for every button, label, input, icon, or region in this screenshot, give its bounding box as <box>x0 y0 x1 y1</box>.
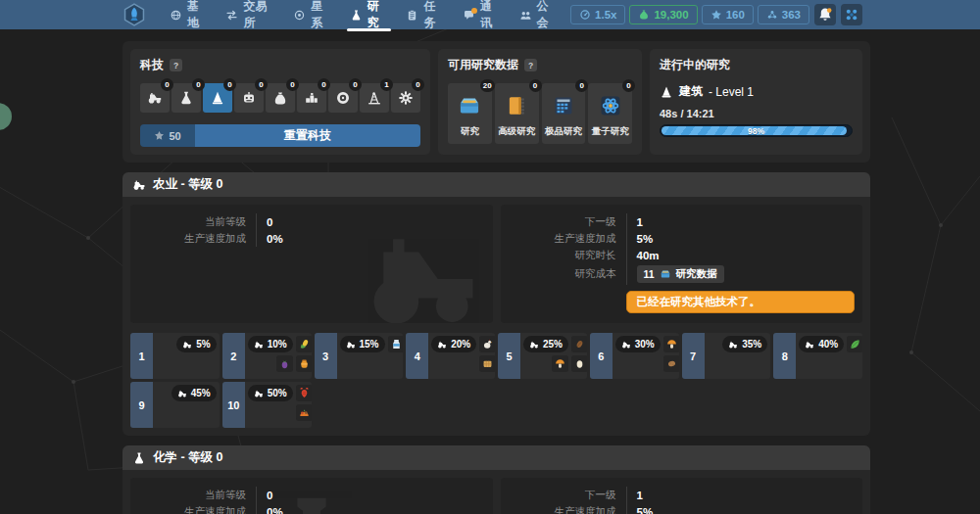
tile-level-number: 10 <box>222 382 245 428</box>
nav-buttons <box>809 4 862 25</box>
tech-slot-gear[interactable]: 0 <box>391 83 420 113</box>
level-tile-2[interactable]: 210% <box>222 333 312 379</box>
tech-slot-cone[interactable]: 0 <box>203 83 232 113</box>
stat-row: 生产速度加成5% <box>501 230 863 247</box>
reset-cost: 50 <box>140 124 195 147</box>
tech-slot-tire[interactable]: 0 <box>328 83 358 113</box>
cone-icon <box>660 85 673 99</box>
level-tile-10[interactable]: 1050% <box>222 382 312 428</box>
rig-icon <box>367 90 382 106</box>
atom-icon <box>598 93 623 118</box>
corn-icon <box>298 338 311 350</box>
nav-item-guild[interactable]: 公会 <box>511 0 567 29</box>
speed-icon <box>579 9 591 21</box>
bonus-badge: 5% <box>176 336 216 352</box>
tech-slot-tractor[interactable]: 0 <box>140 83 170 113</box>
research-data-card[interactable]: 20研究 <box>448 83 492 144</box>
hay-icon <box>479 355 495 372</box>
cost-amount: 11 <box>644 268 655 280</box>
help-icon[interactable]: ? <box>524 59 537 71</box>
nav-item-research[interactable]: 研究 <box>341 0 398 29</box>
stat-label: 当前等级 <box>130 489 246 502</box>
bell-icon <box>817 7 833 23</box>
stat-label: 研究成本 <box>501 267 616 281</box>
level-tile-5[interactable]: 525% <box>498 333 587 379</box>
tech-count-badge: 0 <box>223 78 236 91</box>
tech-slot-factory[interactable]: 0 <box>297 83 326 113</box>
tech-count-badge: 0 <box>161 78 173 91</box>
level-tile-3[interactable]: 315% <box>315 333 404 379</box>
nav-item-base[interactable]: 基地 <box>161 0 218 29</box>
bonus-badge: 10% <box>248 336 293 352</box>
nav-item-exchange[interactable]: 交易所 <box>217 0 284 29</box>
tile-row: 5% <box>176 336 216 352</box>
level-tile-4[interactable]: 420% <box>406 333 495 379</box>
tech-slot-flask[interactable]: 0 <box>172 83 201 113</box>
level-tile-8[interactable]: 840% <box>773 333 862 379</box>
help-icon[interactable]: ? <box>170 59 182 71</box>
tech-panel-title: 科技 <box>140 57 164 73</box>
tractor-icon <box>177 389 187 398</box>
tile-row: 50% <box>248 385 312 401</box>
tractor-icon <box>182 340 192 350</box>
tech-slot-sack[interactable]: 0 <box>266 83 295 113</box>
level-tile-9[interactable]: 945% <box>130 382 220 428</box>
research-data-card[interactable]: 0极品研究 <box>542 83 586 144</box>
level-tile-7[interactable]: 735% <box>682 333 771 379</box>
research-data-card[interactable]: 0量子研究 <box>588 83 632 144</box>
bonus-value: 15% <box>360 339 379 350</box>
resource-badge-money[interactable]: 19,300 <box>629 5 697 24</box>
research-data-card[interactable]: 0高级研究 <box>495 83 539 144</box>
cocoa-icon <box>573 338 586 350</box>
resource-value: 160 <box>726 9 745 21</box>
tile-row <box>552 355 587 372</box>
hay-icon <box>481 357 494 370</box>
resource-badge-network[interactable]: 363 <box>758 5 809 24</box>
research-data-panel: 可用研究数据 ? 20研究0高级研究0极品研究0量子研究 <box>438 49 642 155</box>
stat-value: 1 <box>626 487 643 503</box>
level-tile-6[interactable]: 630% <box>590 333 679 379</box>
leaf-icon <box>847 336 862 352</box>
nav-item-tasks[interactable]: 任务 <box>397 0 454 29</box>
leaf-icon <box>849 338 861 350</box>
tech-slot-rig[interactable]: 1 <box>360 83 389 113</box>
cone-icon <box>660 85 673 99</box>
stat-row: 生产速度加成0% <box>130 230 493 247</box>
nav-item-galaxy[interactable]: 星系 <box>284 0 341 29</box>
research-data-title: 可用研究数据 <box>448 57 518 73</box>
resource-value: 363 <box>782 9 801 21</box>
tech-count-badge: 0 <box>255 78 268 91</box>
bonus-value: 5% <box>196 339 210 350</box>
resource-badge-stars[interactable]: 160 <box>702 5 754 24</box>
sack-icon <box>272 90 288 106</box>
mushroom-icon <box>554 357 566 370</box>
research-data-title-row: 可用研究数据 ? <box>448 57 632 73</box>
book-icon <box>504 93 529 118</box>
reset-tech-button[interactable]: 50 重置科技 <box>140 124 420 147</box>
community-button[interactable] <box>841 4 862 25</box>
resource-badges: 1.5x19,300160363 <box>566 5 809 24</box>
ongoing-research-item: 建筑 - Level 1 <box>660 83 853 100</box>
research-progress-bar: 98% <box>660 124 853 137</box>
section-cards-row: 当前等级0生产速度加成0%下一级1生产速度加成5%研究时长40m研究成本11研究… <box>130 478 862 514</box>
data-count-badge: 0 <box>622 79 635 92</box>
resource-value: 19,300 <box>654 9 688 21</box>
main-content: 科技 ? 000000010 50 重置科技 可用研究数据 ? 20研究0高级研… <box>122 41 870 514</box>
egg-icon <box>573 357 586 370</box>
top-navigation: 基地交易所星系研究任务通讯公会 1.5x19,300160363 <box>0 0 980 29</box>
tile-body: 50% <box>245 382 312 428</box>
tractor-icon <box>728 340 738 350</box>
level-tile-1[interactable]: 15% <box>130 333 220 379</box>
tile-row: 25% <box>523 336 587 352</box>
notifications-button[interactable] <box>814 4 836 25</box>
ongoing-item-level: - Level 1 <box>709 85 754 99</box>
potato-icon <box>663 355 679 372</box>
stat-row: 下一级1 <box>501 213 863 230</box>
tile-body: 45% <box>153 382 220 428</box>
notification-dot <box>471 8 477 14</box>
section-title: 化学 - 等级 0 <box>153 449 223 466</box>
app-logo[interactable] <box>122 2 147 27</box>
resource-badge-speed[interactable]: 1.5x <box>570 5 625 24</box>
nav-item-comms[interactable]: 通讯 <box>454 0 511 29</box>
tech-slot-robot[interactable]: 0 <box>234 83 264 113</box>
